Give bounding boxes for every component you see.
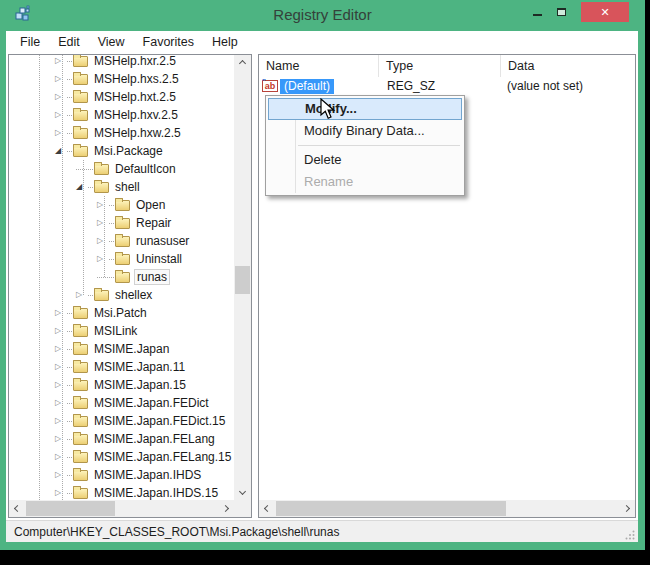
scroll-left-button[interactable] xyxy=(9,500,26,517)
tree-item-msime-japan[interactable]: ▷MSIME.Japan xyxy=(9,340,234,358)
resize-grip[interactable] xyxy=(625,529,635,539)
expand-arrow-icon[interactable]: ▷ xyxy=(55,106,67,124)
scroll-up-button[interactable] xyxy=(234,55,251,72)
tree-item-msime-japan-ihds[interactable]: ▷MSIME.Japan.IHDS xyxy=(9,466,234,484)
tree-item-msi-patch[interactable]: ▷Msi.Patch xyxy=(9,304,234,322)
expand-arrow-icon[interactable]: ▷ xyxy=(55,376,67,394)
scroll-right-button[interactable] xyxy=(217,500,234,517)
tree-item-msime-japan-fedict-15[interactable]: ▷MSIME.Japan.FEDict.15 xyxy=(9,412,234,430)
tree-item-uninstall[interactable]: ▷Uninstall xyxy=(9,250,234,268)
tree-item-shellex[interactable]: ▷shellex xyxy=(9,286,234,304)
tree-item-open[interactable]: ▷Open xyxy=(9,196,234,214)
tree-connector xyxy=(109,259,114,260)
values-horizontal-scrollbar[interactable] xyxy=(259,500,635,517)
expand-arrow-icon[interactable]: ▷ xyxy=(55,124,67,142)
tree-connector xyxy=(97,277,114,278)
scroll-down-button[interactable] xyxy=(234,483,251,500)
title-bar[interactable]: Registry Editor ✕ xyxy=(0,0,645,31)
tree-item-mshelp-hxv-2-5[interactable]: ▷MSHelp.hxv.2.5 xyxy=(9,106,234,124)
folder-icon xyxy=(73,128,88,139)
folder-icon xyxy=(73,362,88,373)
expand-arrow-icon[interactable]: ▷ xyxy=(55,466,67,484)
menubar-item-file[interactable]: File xyxy=(11,31,49,52)
list-header: NameTypeData xyxy=(259,55,635,77)
context-menu-item-rename[interactable]: Rename xyxy=(268,171,462,193)
tree-item-mshelp-hxt-2-5[interactable]: ▷MSHelp.hxt.2.5 xyxy=(9,88,234,106)
expand-arrow-icon[interactable]: ▷ xyxy=(55,322,67,340)
minimize-button[interactable] xyxy=(525,2,549,22)
vertical-scroll-thumb[interactable] xyxy=(235,266,250,294)
expand-arrow-icon[interactable]: ▷ xyxy=(55,70,67,88)
maximize-button[interactable] xyxy=(549,2,573,22)
scroll-right-button[interactable] xyxy=(618,500,635,517)
expand-arrow-icon[interactable]: ▷ xyxy=(55,55,67,70)
context-menu-item-modify-binary-data[interactable]: Modify Binary Data... xyxy=(268,120,462,142)
tree-item-shell[interactable]: ◢shell xyxy=(9,178,234,196)
expand-arrow-icon[interactable]: ▷ xyxy=(97,214,109,232)
column-header-type[interactable]: Type xyxy=(379,55,501,77)
horizontal-scroll-thumb[interactable] xyxy=(276,501,506,516)
tree-item-msime-japan-fedict[interactable]: ▷MSIME.Japan.FEDict xyxy=(9,394,234,412)
tree-item-mshelp-hxw-2-5[interactable]: ▷MSHelp.hxw.2.5 xyxy=(9,124,234,142)
expand-arrow-icon[interactable]: ▷ xyxy=(55,484,67,500)
tree-item-runas[interactable]: runas xyxy=(9,268,234,286)
tree-item-label: MSIME.Japan.11 xyxy=(92,360,187,374)
chevron-down-icon xyxy=(239,488,246,495)
context-menu-item-delete[interactable]: Delete xyxy=(268,149,462,171)
expand-arrow-icon[interactable]: ▷ xyxy=(55,448,67,466)
tree-connector xyxy=(67,151,72,152)
column-header-data[interactable]: Data xyxy=(501,55,635,77)
tree-horizontal-scrollbar[interactable] xyxy=(9,500,234,517)
tree-item-msi-package[interactable]: ◢Msi.Package xyxy=(9,142,234,160)
tree-item-repair[interactable]: ▷Repair xyxy=(9,214,234,232)
value-row-default[interactable]: ab(Default)REG_SZ(value not set) xyxy=(259,77,635,95)
expand-arrow-icon[interactable]: ▷ xyxy=(55,88,67,106)
folder-icon xyxy=(73,92,88,103)
tree-connector xyxy=(67,403,72,404)
folder-icon xyxy=(73,110,88,121)
tree-item-mshelp-hxr-2-5[interactable]: ▷MSHelp.hxr.2.5 xyxy=(9,55,234,70)
tree-item-msime-japan-felang[interactable]: ▷MSIME.Japan.FELang xyxy=(9,430,234,448)
tree-item-msime-japan-11[interactable]: ▷MSIME.Japan.11 xyxy=(9,358,234,376)
expand-arrow-icon[interactable]: ▷ xyxy=(55,394,67,412)
chevron-right-icon xyxy=(222,505,229,512)
tree-connector xyxy=(67,421,72,422)
collapse-arrow-icon[interactable]: ◢ xyxy=(76,178,88,196)
tree-item-label: MSIME.Japan.FEDict.15 xyxy=(92,414,227,428)
tree-item-defaulticon[interactable]: DefaultIcon xyxy=(9,160,234,178)
expand-arrow-icon[interactable]: ▷ xyxy=(55,304,67,322)
menubar-item-favorites[interactable]: Favorites xyxy=(134,31,203,52)
scroll-left-button[interactable] xyxy=(259,500,276,517)
expand-arrow-icon[interactable]: ▷ xyxy=(97,250,109,268)
expand-arrow-icon[interactable]: ▷ xyxy=(97,196,109,214)
tree-item-label: MSIME.Japan.IHDS xyxy=(92,468,203,482)
menubar-item-help[interactable]: Help xyxy=(203,31,247,52)
expand-arrow-icon[interactable]: ▷ xyxy=(55,430,67,448)
tree-item-mshelp-hxs-2-5[interactable]: ▷MSHelp.hxs.2.5 xyxy=(9,70,234,88)
expand-arrow-icon[interactable]: ▷ xyxy=(55,412,67,430)
tree-item-msime-japan-15[interactable]: ▷MSIME.Japan.15 xyxy=(9,376,234,394)
tree-item-runasuser[interactable]: ▷runasuser xyxy=(9,232,234,250)
expand-arrow-icon[interactable]: ▷ xyxy=(55,340,67,358)
close-button[interactable]: ✕ xyxy=(581,2,629,22)
minimize-icon xyxy=(533,14,542,16)
expand-arrow-icon[interactable]: ▷ xyxy=(97,232,109,250)
tree-item-label: MSHelp.hxr.2.5 xyxy=(92,55,178,68)
tree-connector xyxy=(67,313,72,314)
folder-icon xyxy=(73,470,88,481)
close-icon: ✕ xyxy=(600,6,609,19)
menubar-item-edit[interactable]: Edit xyxy=(49,31,89,52)
folder-icon xyxy=(73,146,88,157)
tree-item-msilink[interactable]: ▷MSILink xyxy=(9,322,234,340)
collapse-arrow-icon[interactable]: ◢ xyxy=(55,142,67,160)
tree-item-msime-japan-ihds-15[interactable]: ▷MSIME.Japan.IHDS.15 xyxy=(9,484,234,500)
expand-arrow-icon[interactable]: ▷ xyxy=(55,358,67,376)
tree-item-msime-japan-felang-15[interactable]: ▷MSIME.Japan.FELang.15 xyxy=(9,448,234,466)
column-header-name[interactable]: Name xyxy=(259,55,379,77)
tree-vertical-scrollbar[interactable] xyxy=(234,55,251,500)
horizontal-scroll-thumb[interactable] xyxy=(26,501,115,516)
menubar-item-view[interactable]: View xyxy=(89,31,134,52)
context-menu-item-modify[interactable]: Modify... xyxy=(268,98,462,120)
expand-arrow-icon[interactable]: ▷ xyxy=(76,286,88,304)
tree-connector xyxy=(67,133,72,134)
